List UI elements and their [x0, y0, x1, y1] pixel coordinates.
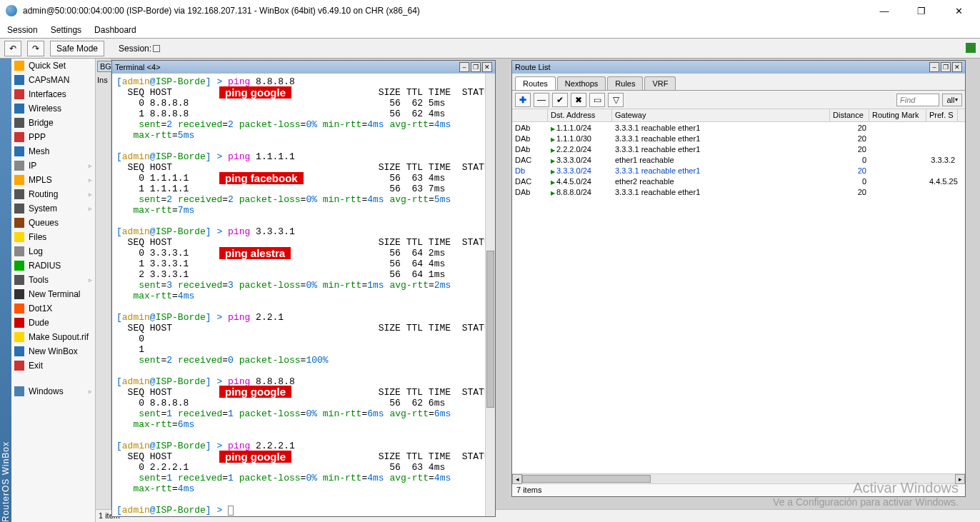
route-row[interactable]: DAb▶2.2.2.0/243.3.3.1 reachable ether120 [512, 144, 965, 154]
route-row[interactable]: DAb▶1.1.1.0/243.3.3.1 reachable ether120 [512, 122, 965, 133]
sidebar-item-bridge[interactable]: Bridge [11, 116, 95, 130]
enable-button[interactable]: ✔ [552, 93, 568, 107]
sidebar-label: Tools [29, 275, 49, 285]
routelist-title: Route List [515, 63, 551, 71]
sidebar-item-new-terminal[interactable]: New Terminal [11, 287, 95, 301]
submenu-arrow-icon: ▹ [89, 176, 92, 184]
sidebar-item-routing[interactable]: Routing▹ [11, 187, 95, 201]
sidebar-item-interfaces[interactable]: Interfaces [11, 87, 95, 101]
route-row[interactable]: DAC▶3.3.3.0/24ether1 reachable03.3.3.2 [512, 154, 965, 165]
sidebar-icon [14, 161, 24, 171]
routelist-titlebar[interactable]: Route List – ❐ ✕ [512, 61, 965, 74]
routelist-close-button[interactable]: ✕ [952, 62, 962, 72]
sidebar-item-dude[interactable]: Dude [11, 316, 95, 330]
maximize-button[interactable] [909, 2, 934, 19]
sidebar-item-queues[interactable]: Queues [11, 216, 95, 230]
tab-rules[interactable]: Rules [607, 76, 643, 90]
menubar: Session Settings Dashboard [0, 21, 980, 39]
sidebar-label: New Terminal [29, 289, 80, 299]
sidebar-item-dot1x[interactable]: Dot1X [11, 301, 95, 316]
disable-button[interactable]: ✖ [571, 93, 586, 107]
terminal-min-button[interactable]: – [459, 62, 469, 72]
sidebar-icon [14, 218, 24, 228]
tab-routes[interactable]: Routes [515, 76, 556, 90]
find-input[interactable] [896, 94, 939, 106]
sidebar-icon [14, 175, 24, 185]
session-checkbox[interactable] [153, 45, 160, 52]
scroll-right-button[interactable]: ▸ [955, 474, 965, 484]
scrollbar-thumb[interactable] [486, 251, 494, 408]
close-button[interactable] [946, 2, 971, 19]
sidebar-item-make-supout.rif[interactable]: Make Supout.rif [11, 330, 95, 344]
route-hscrollbar[interactable]: ◂ ▸ [512, 473, 965, 483]
sidebar-label: Bridge [29, 118, 54, 128]
comment-button[interactable]: ▭ [589, 93, 605, 107]
sidebar-item-quick-set[interactable]: Quick Set [11, 59, 95, 73]
sidebar-item-log[interactable]: Log [11, 244, 95, 259]
titlebar: admin@50:00:00:04:00:00 (ISP-Borde) via … [0, 0, 980, 21]
sidebar-item-wireless[interactable]: Wireless [11, 101, 95, 116]
sidebar-label: Routing [29, 189, 58, 199]
routelist-tabs: RoutesNexthopsRulesVRF [512, 74, 965, 91]
remove-button[interactable]: — [534, 93, 549, 107]
route-row[interactable]: Db▶3.3.3.0/243.3.3.1 reachable ether120 [512, 165, 965, 176]
sidebar-item-exit[interactable]: Exit [11, 358, 95, 373]
sidebar-label: RADIUS [29, 261, 61, 271]
routelist-max-button[interactable]: ❐ [941, 62, 951, 72]
sidebar-item-files[interactable]: Files [11, 230, 95, 244]
sidebar-icon [14, 303, 24, 313]
terminal-body[interactable]: [admin@ISP-Borde] > ping 8.8.8.8 SEQ HOS… [112, 74, 495, 516]
sidebar-item-windows[interactable]: Windows▹ [11, 384, 95, 398]
route-footer: 7 items [512, 483, 965, 496]
sidebar-label: Quick Set [29, 61, 66, 71]
terminal-scrollbar[interactable] [485, 74, 495, 516]
sidebar-item-system[interactable]: System▹ [11, 201, 95, 216]
terminal-window: Terminal <4> – ❐ ✕ [admin@ISP-Borde] > p… [111, 60, 496, 517]
route-row[interactable]: DAb▶8.8.8.0/243.3.3.1 reachable ether120 [512, 186, 965, 197]
menu-session[interactable]: Session [7, 25, 38, 35]
annotation-label: ping google [219, 451, 291, 463]
annotation-label: ping google [219, 386, 291, 398]
sidebar-item-ip[interactable]: IP▹ [11, 159, 95, 173]
submenu-arrow-icon: ▹ [89, 205, 92, 212]
minimize-button[interactable] [871, 2, 897, 19]
scroll-left-button[interactable]: ◂ [512, 474, 522, 484]
menu-settings[interactable]: Settings [51, 25, 81, 35]
sidebar-item-new-winbox[interactable]: New WinBox [11, 344, 95, 358]
sidebar-item-ppp[interactable]: PPP [11, 130, 95, 144]
hscroll-thumb[interactable] [522, 475, 651, 483]
route-row[interactable]: DAb▶1.1.1.0/303.3.3.1 reachable ether120 [512, 133, 965, 144]
safe-mode-button[interactable]: Safe Mode [50, 41, 104, 56]
annotation-label: ping facebook [219, 172, 304, 184]
sidebar-icon [14, 61, 24, 71]
window-buttons [871, 2, 971, 19]
sidebar-item-radius[interactable]: RADIUS [11, 259, 95, 273]
filter-button[interactable]: ▽ [608, 93, 624, 107]
window-title: admin@50:00:00:04:00:00 (ISP-Borde) via … [23, 6, 871, 16]
sidebar-icon [14, 189, 24, 199]
tab-nexthops[interactable]: Nexthops [557, 76, 606, 90]
add-button[interactable]: ✚ [515, 93, 531, 107]
route-row[interactable]: DAC▶4.4.5.0/24ether2 reachable04.4.5.254 [512, 176, 965, 186]
terminal-title: Terminal <4> [115, 63, 161, 71]
terminal-titlebar[interactable]: Terminal <4> – ❐ ✕ [112, 61, 495, 74]
sidebar-item-mpls[interactable]: MPLS▹ [11, 173, 95, 187]
tab-vrf[interactable]: VRF [644, 76, 676, 90]
undo-button[interactable] [4, 41, 21, 56]
sidebar-icon [14, 318, 24, 328]
terminal-max-button[interactable]: ❐ [471, 62, 481, 72]
session-label: Session: [119, 44, 160, 54]
all-dropdown[interactable]: all ▾ [942, 94, 962, 106]
toolbar: Safe Mode Session: [0, 39, 980, 59]
submenu-arrow-icon: ▹ [89, 388, 92, 395]
app-icon [6, 5, 17, 16]
sidebar-item-tools[interactable]: Tools▹ [11, 273, 95, 287]
route-table-header[interactable]: Dst. Address Gateway Distance Routing Ma… [512, 109, 965, 122]
sidebar-label: IP [29, 161, 36, 171]
routelist-min-button[interactable]: – [929, 62, 939, 72]
sidebar-item-capsman[interactable]: CAPsMAN [11, 73, 95, 87]
redo-button[interactable] [27, 41, 44, 56]
terminal-close-button[interactable]: ✕ [482, 62, 492, 72]
sidebar-item-mesh[interactable]: Mesh [11, 144, 95, 159]
menu-dashboard[interactable]: Dashboard [94, 25, 136, 35]
